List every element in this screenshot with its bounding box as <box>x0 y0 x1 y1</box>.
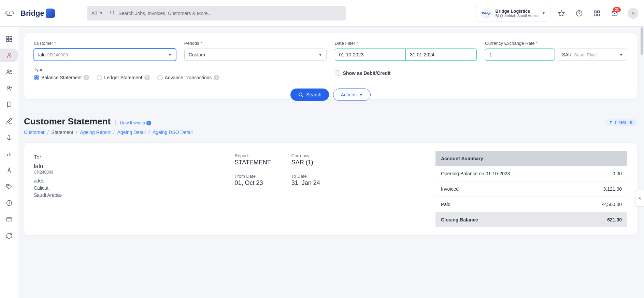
svg-rect-13 <box>10 40 12 42</box>
currency-rate-input[interactable]: 1 <box>485 49 555 61</box>
radio-ledger-statement[interactable]: Ledger Statement ? <box>97 75 149 80</box>
breadcrumb-statement: Statement <box>52 130 73 135</box>
sidebar-nav <box>0 27 18 241</box>
to-name: lalu <box>34 163 224 170</box>
type-radio-group: Type Balance Statement ? Ledger Statemen… <box>34 67 327 80</box>
checkbox-icon <box>335 70 340 76</box>
to-label: To: <box>34 154 224 161</box>
how-it-works-link[interactable]: How it works i <box>115 120 151 125</box>
mail-badge: 21 <box>613 7 621 12</box>
caret-down-icon: ▼ <box>542 11 545 15</box>
date-from-input[interactable]: 01-10-2023 <box>335 49 406 61</box>
currency-value: SAR (1) <box>291 159 320 166</box>
from-date: 01, Oct 23 <box>234 179 271 187</box>
help-tooltip-icon[interactable]: ? <box>84 75 89 80</box>
page-title: Customer Statement <box>24 116 111 127</box>
nav-clock-icon[interactable] <box>2 196 16 210</box>
actions-dropdown-button[interactable]: Actions ▼ <box>333 89 371 101</box>
svg-point-17 <box>8 86 10 88</box>
periods-field: Periods * Custom ▼ <box>184 41 327 61</box>
sidebar-toggle-icon[interactable] <box>5 11 14 16</box>
favorite-icon[interactable] <box>558 10 565 17</box>
search-button[interactable]: Search <box>290 89 329 101</box>
nav-users-icon[interactable] <box>2 65 16 79</box>
svg-rect-11 <box>10 37 12 39</box>
caret-down-icon: ▼ <box>168 53 172 57</box>
user-avatar[interactable]: A <box>628 8 639 19</box>
svg-point-16 <box>10 70 11 71</box>
scrollbar-thumb[interactable] <box>641 27 643 55</box>
nav-bookmark-icon[interactable] <box>2 98 16 111</box>
help-tooltip-icon[interactable]: ? <box>214 75 219 80</box>
nav-tag-icon[interactable] <box>2 180 16 193</box>
search-icon <box>110 10 115 16</box>
org-switcher[interactable]: Bridge Bridge Logistics BLQ Jeddah,Saudi… <box>476 5 551 22</box>
svg-rect-7 <box>595 14 597 16</box>
account-summary: Account Summary Opening Balance on 01-10… <box>435 151 627 227</box>
caret-down-icon: ▼ <box>359 93 363 97</box>
svg-rect-12 <box>7 40 9 42</box>
app-header: Bridge All ▼ Bridge Bridge Logistics BLQ… <box>0 0 644 27</box>
svg-point-14 <box>8 53 11 55</box>
radio-advance-transactions[interactable]: Advance Transactions ? <box>157 75 219 80</box>
summary-heading: Account Summary <box>435 151 627 166</box>
date-to-input[interactable]: 31-01-2024 <box>406 49 477 61</box>
global-search: All ▼ <box>87 6 346 21</box>
search-category-dropdown[interactable]: All ▼ <box>87 11 108 16</box>
radio-icon <box>97 75 102 80</box>
org-logo-icon: Bridge <box>481 8 492 19</box>
nav-card-icon[interactable] <box>2 213 16 226</box>
summary-closing-row: Closing Balance621.00 <box>435 212 627 227</box>
to-address: adde, Calicut, Saudi Arabia- <box>34 177 224 199</box>
filter-panel: Customer * laluCR240009 ▼ Periods * Cust… <box>24 32 637 100</box>
apps-grid-icon[interactable] <box>593 10 600 17</box>
nav-text-icon[interactable] <box>2 163 16 177</box>
summary-row: Paid-2,500.00 <box>435 197 627 212</box>
org-location: BLQ Jeddah,Saudi Arabia <box>496 14 539 18</box>
app-logo[interactable]: Bridge <box>20 9 55 18</box>
help-icon[interactable] <box>576 10 583 17</box>
breadcrumb: Customer/ Statement/ Ageing Report/ Agei… <box>24 130 637 135</box>
svg-rect-6 <box>598 11 600 13</box>
nav-chart-icon[interactable] <box>2 147 16 161</box>
mail-icon[interactable]: 21 <box>611 10 618 17</box>
nav-add-user-icon[interactable] <box>2 81 16 95</box>
svg-line-1 <box>113 14 114 15</box>
breadcrumb-ageing-report[interactable]: Ageing Report <box>80 130 111 135</box>
radio-balance-statement[interactable]: Balance Statement ? <box>34 75 89 80</box>
to-date: 31, Jan 24 <box>291 179 320 187</box>
svg-point-15 <box>8 70 9 71</box>
breadcrumb-ageing-dso[interactable]: Ageing DSO Detail <box>153 130 193 135</box>
nav-dashboard-icon[interactable] <box>2 32 16 46</box>
expand-panel-button[interactable] <box>635 190 644 206</box>
nav-edit-icon[interactable] <box>2 114 16 128</box>
radio-icon <box>34 75 39 80</box>
caret-down-icon: ▼ <box>319 53 322 57</box>
nav-customer-icon[interactable] <box>0 49 18 62</box>
summary-row: Invoiced3,121.00 <box>435 181 627 197</box>
periods-dropdown[interactable]: Custom ▼ <box>184 49 327 61</box>
svg-point-0 <box>111 11 114 14</box>
help-tooltip-icon[interactable]: ? <box>144 75 150 80</box>
svg-line-31 <box>302 96 303 97</box>
currency-dropdown[interactable]: SAR Saudi Riyal ▼ <box>558 49 627 61</box>
breadcrumb-customer[interactable]: Customer <box>24 130 45 135</box>
svg-point-26 <box>8 185 9 186</box>
svg-rect-28 <box>7 218 12 221</box>
svg-marker-2 <box>559 10 564 16</box>
nav-sync-icon[interactable] <box>2 229 16 241</box>
main-content: Customer * laluCR240009 ▼ Periods * Cust… <box>18 27 644 241</box>
filters-chip[interactable]: Filters 6 <box>605 119 637 126</box>
org-name: Bridge Logistics <box>496 9 539 14</box>
nav-anchor-icon[interactable] <box>2 131 16 144</box>
breadcrumb-ageing-detail[interactable]: Ageing Detail <box>117 130 146 135</box>
svg-point-30 <box>299 93 302 96</box>
statement-card: To: lalu CR240009 adde, Calicut, Saudi A… <box>24 143 637 236</box>
customer-dropdown[interactable]: laluCR240009 ▼ <box>34 49 176 61</box>
svg-rect-5 <box>595 11 597 13</box>
radio-icon <box>157 75 163 80</box>
show-debit-credit-checkbox[interactable]: Show as Debit/Credit <box>335 70 628 76</box>
customer-field: Customer * laluCR240009 ▼ <box>34 41 176 61</box>
search-input[interactable] <box>118 11 346 16</box>
date-filter-field: Date Filter * 01-10-2023 31-01-2024 <box>335 41 477 61</box>
